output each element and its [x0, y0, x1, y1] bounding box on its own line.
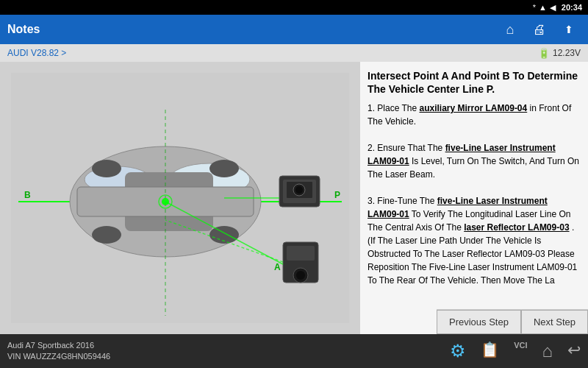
step-1-tool: auxiliary Mirror LAM09-04 — [420, 103, 528, 113]
step-3-number: 3. — [368, 196, 377, 206]
export-button[interactable]: ⬆ — [557, 18, 581, 41]
status-icons: * ▲ ◀ — [533, 3, 556, 13]
step-1-number: 1. — [368, 103, 377, 113]
svg-text:P: P — [334, 190, 340, 200]
car-svg: B P — [11, 73, 349, 323]
signal-icon: ◀ — [550, 3, 556, 13]
back-footer-icon: ↩ — [567, 341, 581, 360]
footer: Audi A7 Sportback 2016 VIN WAUZZZ4G8HN05… — [0, 334, 588, 368]
home-footer-button[interactable]: ⌂ — [542, 341, 553, 361]
home-footer-icon: ⌂ — [542, 341, 553, 361]
step-1: 1. Place The auxiliary Mirror LAM09-04 i… — [368, 102, 581, 128]
svg-point-12 — [92, 160, 121, 177]
svg-point-11 — [92, 226, 121, 244]
left-panel: B P — [0, 62, 360, 334]
next-step-button[interactable]: Next Step — [521, 310, 588, 334]
svg-rect-22 — [287, 246, 315, 261]
vci-footer-button[interactable]: VCI — [514, 341, 527, 361]
home-icon: ⌂ — [506, 22, 514, 38]
navigation-buttons: Previous Step Next Step — [437, 309, 588, 334]
vehicle-name: Audi A7 Sportback 2016 — [7, 340, 110, 351]
footer-vehicle-info: Audi A7 Sportback 2016 VIN WAUZZZ4G8HN05… — [7, 340, 110, 363]
wifi-icon: ▲ — [539, 3, 547, 12]
svg-text:B: B — [24, 190, 31, 200]
diagnostic-footer-button[interactable]: 📋 — [481, 341, 499, 361]
bluetooth-icon: * — [533, 3, 536, 12]
car-diagram: B P — [11, 73, 349, 323]
step-3-intro: Fine-Tune The — [377, 196, 437, 206]
step-3: 3. Fine-Tune The five-Line Laser Instrum… — [368, 194, 581, 287]
header-icons: ⌂ 🖨 ⬆ — [498, 18, 581, 41]
step-2: 2. Ensure That The five-Line Laser Instr… — [368, 141, 581, 181]
breadcrumb[interactable]: AUDI V28.82 > — [7, 48, 66, 58]
header-title: Notes — [7, 23, 40, 36]
settings-footer-icon: ⚙ — [450, 341, 466, 361]
right-panel: Intersect Point A And Point B To Determi… — [360, 62, 588, 334]
vci-footer-icon: VCI — [514, 341, 527, 350]
settings-footer-button[interactable]: ⚙ — [450, 341, 466, 361]
export-icon: ⬆ — [564, 24, 573, 35]
step-1-intro: Place The — [377, 103, 419, 113]
vehicle-vin: VIN WAUZZZ4G8HN059446 — [7, 351, 110, 362]
svg-point-24 — [296, 271, 305, 280]
step-2-number: 2. — [368, 143, 377, 153]
instruction-text: 1. Place The auxiliary Mirror LAM09-04 i… — [368, 102, 581, 287]
step-2-intro: Ensure That The — [377, 143, 445, 153]
previous-step-button[interactable]: Previous Step — [437, 310, 521, 334]
sub-header: AUDI V28.82 > 🔋 12.23V — [0, 44, 588, 62]
svg-point-20 — [295, 186, 303, 194]
battery-icon: 🔋 — [538, 48, 550, 59]
svg-text:A: A — [274, 262, 281, 272]
print-button[interactable]: 🖨 — [528, 18, 551, 41]
voltage-area: 🔋 12.23V — [538, 48, 581, 59]
voltage-display: 12.23V — [553, 48, 581, 58]
svg-point-10 — [209, 160, 239, 177]
instruction-title: Intersect Point A And Point B To Determi… — [368, 69, 581, 96]
print-icon: 🖨 — [533, 22, 546, 38]
home-button[interactable]: ⌂ — [498, 18, 522, 41]
status-bar: * ▲ ◀ 20:34 — [0, 0, 588, 15]
main-content: B P — [0, 62, 588, 334]
step-3-tool-2: laser Reflector LAM09-03 — [464, 222, 569, 233]
header: Notes ⌂ 🖨 ⬆ — [0, 15, 588, 44]
footer-icons: ⚙ 📋 VCI ⌂ ↩ — [450, 341, 581, 361]
time-display: 20:34 — [562, 3, 582, 12]
diagnostic-footer-icon: 📋 — [481, 341, 499, 358]
back-footer-button[interactable]: ↩ — [567, 341, 581, 361]
